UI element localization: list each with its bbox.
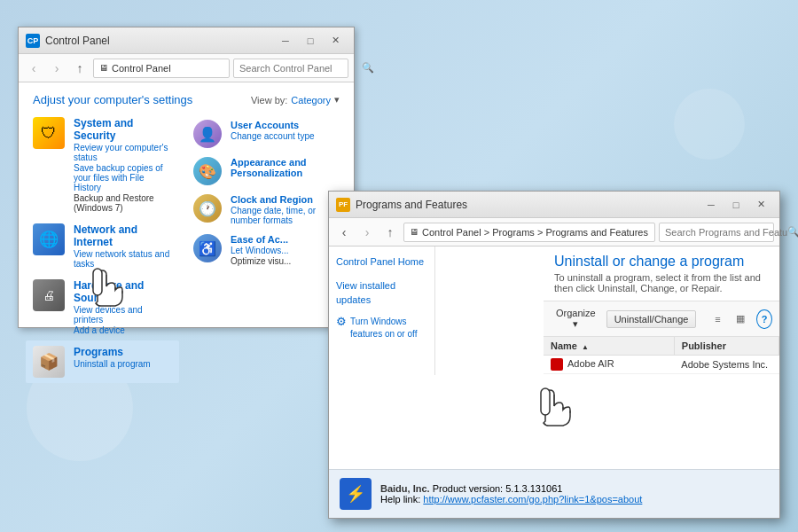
programs-sub1[interactable]: Uninstall a program <box>74 359 172 369</box>
user-accounts-text: User Accounts Change account type <box>231 120 315 141</box>
pf-address-bar: ‹ › ↑ 🖥 Control Panel > Programs > Progr… <box>329 218 779 246</box>
cp-header: Adjust your computer's settings View by:… <box>19 82 354 112</box>
programs-container: Control Panel Home View installed update… <box>329 246 779 375</box>
cp-window-icon: CP <box>26 34 40 48</box>
windows-features-link[interactable]: Turn Windows features on or off <box>350 314 427 342</box>
network-title[interactable]: Network and Internet <box>74 223 172 248</box>
programs-table: Name ▲ Publisher Adobe AIRAdobe Systems … <box>544 337 779 375</box>
cp-address-bar: ‹ › ↑ 🖥 Control Panel 🔍 <box>19 54 354 82</box>
uninstall-change-button[interactable]: Uninstall/Change <box>606 310 697 328</box>
control-panel-home-link[interactable]: Control Panel Home <box>336 254 427 270</box>
cp-window-title: Control Panel <box>45 35 274 47</box>
cp-titlebar: CP Control Panel ─ □ ✕ <box>19 27 354 54</box>
view-by-label: View by: <box>251 95 287 106</box>
program-icon <box>551 358 563 371</box>
back-button[interactable]: ‹ <box>24 59 43 78</box>
baidu-name-line: Baidu, Inc. Product version: 5.1.3.13106… <box>380 483 642 494</box>
search-input[interactable] <box>239 63 362 74</box>
baidu-info: Baidu, Inc. Product version: 5.1.3.13106… <box>380 483 642 505</box>
categories-container: 🛡 System and Security Review your comput… <box>19 112 354 383</box>
pf-content-area: Control Panel Home View installed update… <box>329 246 779 518</box>
organize-button[interactable]: Organize ▾ <box>551 305 601 332</box>
address-path[interactable]: 🖥 Control Panel <box>93 59 230 78</box>
ease-category[interactable]: ♿ Ease of Ac... Let Windows... Optimize … <box>193 230 347 270</box>
windows-features-item: ⚙ Turn Windows features on or off <box>336 314 427 342</box>
category-dropdown[interactable]: Category <box>291 95 331 106</box>
system-security-title[interactable]: System and Security <box>74 117 172 142</box>
up-button[interactable]: ↑ <box>70 59 90 78</box>
hardware-sub2[interactable]: Add a device <box>74 325 172 335</box>
baidu-help-line: Help link: http://www.pcfaster.com/go.ph… <box>380 494 642 505</box>
programs-table-container[interactable]: Name ▲ Publisher Adobe AIRAdobe Systems … <box>544 337 779 375</box>
details-view-button[interactable]: ▦ <box>730 309 751 329</box>
pf-toolbar: Organize ▾ Uninstall/Change ≡ ▦ ? <box>544 301 779 337</box>
system-sub1[interactable]: Review your computer's status <box>74 143 172 162</box>
cp-window-controls: ─ □ ✕ <box>274 32 347 50</box>
pf-search-icon: 🔍 <box>787 226 798 238</box>
search-icon: 🔍 <box>362 62 374 74</box>
pf-maximize-button[interactable]: □ <box>724 196 747 214</box>
windows-features-icon: ⚙ <box>336 315 347 328</box>
user-accounts-sub[interactable]: Change account type <box>231 131 315 141</box>
appearance-category[interactable]: 🎨 Appearance and Personalization <box>193 153 347 190</box>
pf-close-button[interactable]: ✕ <box>749 196 772 214</box>
baidu-logo: ⚡ <box>340 478 372 510</box>
pf-back-button[interactable]: ‹ <box>334 223 354 242</box>
table-row[interactable]: Adobe AIRAdobe Systems Inc. <box>544 356 779 374</box>
maximize-button[interactable]: □ <box>299 32 322 50</box>
hardware-sub1[interactable]: View devices and printers <box>74 305 172 325</box>
program-publisher-cell: Adobe Systems Inc. <box>674 356 778 374</box>
help-button[interactable]: ? <box>756 309 772 329</box>
pf-minimize-button[interactable]: ─ <box>700 196 723 214</box>
user-accounts-category[interactable]: 👤 User Accounts Change account type <box>193 115 347 153</box>
network-sub1[interactable]: View network status and tasks <box>74 249 172 269</box>
hardware-sound-category[interactable]: 🖨 Hardware and Sound View devices and pr… <box>26 274 179 340</box>
hardware-title[interactable]: Hardware and Sound <box>74 279 172 304</box>
appearance-text: Appearance and Personalization <box>231 157 347 178</box>
ease-icon: ♿ <box>193 234 222 262</box>
minimize-button[interactable]: ─ <box>274 32 297 50</box>
pf-search-input[interactable] <box>665 227 787 238</box>
appearance-title[interactable]: Appearance and Personalization <box>231 157 347 178</box>
pf-bottom-bar: ⚡ Baidu, Inc. Product version: 5.1.3.131… <box>329 469 779 518</box>
table-header-row: Name ▲ Publisher <box>544 337 779 356</box>
pf-forward-button[interactable]: › <box>357 223 377 242</box>
pf-address-text: Control Panel > Programs > Programs and … <box>422 227 648 238</box>
close-button[interactable]: ✕ <box>324 32 347 50</box>
search-box: 🔍 <box>233 59 348 78</box>
ease-sub1[interactable]: Let Windows... <box>231 246 291 255</box>
system-security-icon: 🛡 <box>33 117 65 149</box>
system-sub3[interactable]: Backup and Restore (Windows 7) <box>74 193 172 213</box>
system-sub2[interactable]: Save backup copies of your files with Fi… <box>74 163 172 192</box>
pf-sidebar: Control Panel Home View installed update… <box>329 246 435 375</box>
programs-category[interactable]: 📦 Programs Uninstall a program <box>26 340 179 383</box>
pf-address-path[interactable]: 🖥 Control Panel > Programs > Programs an… <box>403 223 655 242</box>
pf-main-title: Uninstall or change a program <box>554 254 769 270</box>
pf-path-icon: 🖥 <box>410 227 419 237</box>
forward-button[interactable]: › <box>47 59 66 78</box>
programs-icon: 📦 <box>33 346 65 378</box>
name-column-header[interactable]: Name ▲ <box>544 337 674 356</box>
cp-icon-small: 🖥 <box>99 63 108 73</box>
publisher-column-header[interactable]: Publisher <box>674 337 778 356</box>
pf-up-button[interactable]: ↑ <box>380 223 400 242</box>
baidu-company-name: Baidu, Inc. <box>380 483 430 494</box>
product-version-value: 5.1.3.131061 <box>505 483 562 494</box>
left-categories: 🛡 System and Security Review your comput… <box>19 112 186 383</box>
user-accounts-title[interactable]: User Accounts <box>231 120 315 130</box>
network-internet-category[interactable]: 🌐 Network and Internet View network stat… <box>26 218 179 274</box>
programs-features-window: PF Programs and Features ─ □ ✕ ‹ › ↑ 🖥 C… <box>328 191 780 519</box>
network-icon: 🌐 <box>33 223 65 255</box>
help-link-url[interactable]: http://www.pcfaster.com/go.php?link=1&po… <box>423 494 642 505</box>
view-updates-link[interactable]: View installed updates <box>336 278 427 309</box>
hardware-icon: 🖨 <box>33 279 65 311</box>
table-row[interactable]: Adobe Creative Suite 5 Web PremiumAdobe … <box>544 374 779 375</box>
list-view-button[interactable]: ≡ <box>707 309 728 329</box>
programs-title[interactable]: Programs <box>74 346 172 358</box>
view-by-control: View by: Category ▾ <box>251 94 340 106</box>
ease-title[interactable]: Ease of Ac... <box>231 234 291 245</box>
cp-main-title: Adjust your computer's settings <box>33 93 192 106</box>
user-accounts-icon: 👤 <box>193 120 222 148</box>
system-security-category[interactable]: 🛡 System and Security Review your comput… <box>26 112 179 218</box>
clock-category[interactable]: 🕐 Clock and Region Change date, time, or… <box>193 190 347 230</box>
